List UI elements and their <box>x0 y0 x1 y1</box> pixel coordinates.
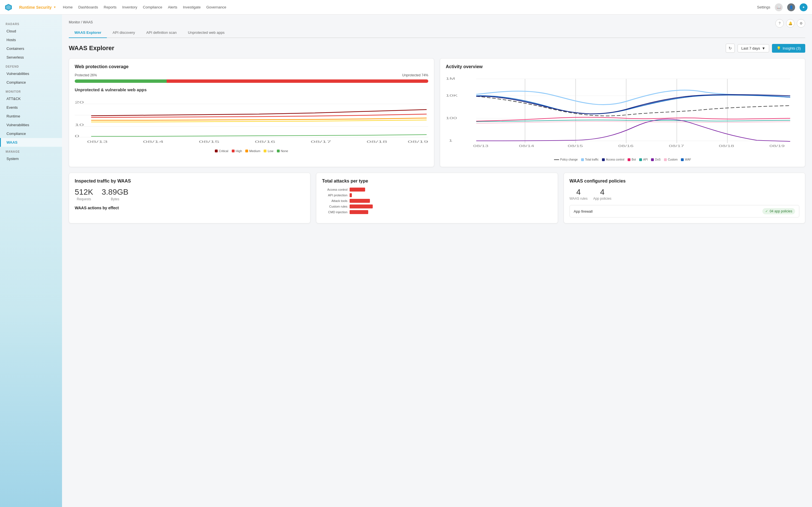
question-icon[interactable]: ? <box>775 19 784 27</box>
svg-text:08/17: 08/17 <box>311 140 331 144</box>
nav-reports[interactable]: Reports <box>104 5 117 9</box>
tab-waas-explorer[interactable]: WAAS Explorer <box>69 27 107 38</box>
activity-overview-card: Activity overview 1M 10K 100 1 <box>440 58 805 167</box>
main-content: Monitor / WAAS ? 🔔 ⚙ WAAS Explorer API d… <box>62 15 812 507</box>
help-icon[interactable]: ✦ <box>800 3 808 11</box>
sidebar-item-hosts[interactable]: Hosts <box>0 36 62 44</box>
nav-compliance[interactable]: Compliance <box>143 5 162 9</box>
svg-text:08/17: 08/17 <box>669 145 684 148</box>
settings-gear-icon[interactable]: ⚙ <box>797 19 805 27</box>
svg-text:10: 10 <box>75 123 84 126</box>
inspected-traffic-card: Inspected traffic by WAAS 512K Requests … <box>69 173 310 223</box>
activity-overview-chart: 1M 10K 100 1 <box>446 73 799 155</box>
legend-high: High <box>232 149 242 153</box>
svg-text:08/16: 08/16 <box>255 140 275 144</box>
logo[interactable] <box>4 3 12 11</box>
svg-text:1: 1 <box>449 139 453 142</box>
legend-total-traffic: Total traffic <box>581 158 599 161</box>
sidebar-section-defend: DEFEND Vulnerabilities Compliance <box>0 62 62 87</box>
tab-api-definition-scan[interactable]: API definition scan <box>141 27 183 38</box>
sidebar-item-serverless[interactable]: Serverless <box>0 53 62 62</box>
sidebar-item-attck[interactable]: ATT&CK <box>0 94 62 103</box>
sidebar-item-containers[interactable]: Containers <box>0 44 62 53</box>
tab-api-discovery[interactable]: API discovery <box>107 27 140 38</box>
sidebar-item-vulnerabilities[interactable]: Vulnerabilities <box>0 69 62 78</box>
legend-api: API <box>639 158 648 161</box>
nav-dashboards[interactable]: Dashboards <box>79 5 98 9</box>
bell-icon[interactable]: 🔔 <box>786 19 795 27</box>
nav-inventory[interactable]: Inventory <box>122 5 137 9</box>
sidebar-item-cloud[interactable]: Cloud <box>0 27 62 36</box>
legend-bot: Bot <box>627 158 636 161</box>
activity-overview-legend: Policy change Total traffic Access contr… <box>446 158 799 161</box>
coverage-bar <box>75 79 428 83</box>
sidebar-item-runtime[interactable]: Runtime <box>0 112 62 121</box>
total-attacks-title: Total attacks per type <box>322 179 552 184</box>
sidebar-item-events[interactable]: Events <box>0 103 62 112</box>
breadcrumb-parent[interactable]: Monitor <box>69 20 80 24</box>
insights-icon: 💡 <box>776 46 781 50</box>
svg-text:20: 20 <box>75 101 84 104</box>
sidebar-item-compliance[interactable]: Compliance <box>0 78 62 87</box>
page-header-actions: ↻ Last 7 days ▼ 💡 Insights (3) <box>726 44 805 53</box>
sidebar-section-label-manage: MANAGE <box>0 147 62 154</box>
avatar[interactable]: 👤 <box>787 3 795 11</box>
legend-custom: Custom <box>664 158 677 161</box>
waas-rules-count: 4 <box>569 187 588 196</box>
docs-icon[interactable]: 📖 <box>775 3 783 11</box>
tab-bar: WAAS Explorer API discovery API definiti… <box>69 27 805 38</box>
nav-links: Home Dashboards Reports Inventory Compli… <box>63 5 750 9</box>
sidebar-item-system[interactable]: System <box>0 154 62 163</box>
attack-bar-cmd-injection: CMD injection <box>322 210 552 214</box>
nav-investigate[interactable]: Investigate <box>183 5 201 9</box>
nav-governance[interactable]: Governance <box>206 5 226 9</box>
top-navigation: Runtime Security ▼ Home Dashboards Repor… <box>0 0 812 15</box>
top-cards-row: Web protection coverage Protected 26% Un… <box>69 58 805 167</box>
policy-item-name: App firewall <box>574 209 593 214</box>
bytes-stat: 3.89GB Bytes <box>101 187 128 201</box>
settings-link[interactable]: Settings <box>757 5 770 9</box>
sidebar-item-vulnerabilities-monitor[interactable]: Vulnerabilities <box>0 121 62 129</box>
tab-unprotected-web-apps[interactable]: Unprotected web apps <box>183 27 231 38</box>
policy-badge: ✓ 04 app policies <box>762 208 795 214</box>
waas-policies-title: WAAS configured policies <box>569 179 799 184</box>
app-firewall-policy-item[interactable]: App firewall ✓ 04 app policies <box>569 205 799 217</box>
page-header: WAAS Explorer ↻ Last 7 days ▼ 💡 Insights… <box>69 44 805 53</box>
legend-medium: Medium <box>245 149 260 153</box>
policy-stats: 4 WAAS rules 4 App policies <box>569 187 799 201</box>
time-label: Last 7 days <box>741 46 760 50</box>
svg-text:08/14: 08/14 <box>143 140 163 144</box>
requests-stat: 512K Requests <box>75 187 93 201</box>
protected-label: Protected 26% <box>75 73 97 77</box>
legend-waf: WAF <box>681 158 691 161</box>
sidebar-section-manage: MANAGE System <box>0 147 62 163</box>
sidebar-item-compliance-monitor[interactable]: Compliance <box>0 129 62 138</box>
sidebar-item-waas[interactable]: WAAS <box>0 138 62 147</box>
time-selector[interactable]: Last 7 days ▼ <box>738 44 769 52</box>
vulnerable-apps-chart: 20 10 0 08/13 08/14 08/15 08/16 08/17 <box>75 96 428 146</box>
legend-access-control: Access control <box>602 158 624 161</box>
bottom-cards-row: Inspected traffic by WAAS 512K Requests … <box>69 173 805 223</box>
svg-text:08/15: 08/15 <box>199 140 219 144</box>
policy-badge-label: 04 app policies <box>770 209 792 213</box>
web-protection-card: Web protection coverage Protected 26% Un… <box>69 58 434 167</box>
svg-text:08/18: 08/18 <box>366 140 387 144</box>
waas-actions-title: WAAS actions by effect <box>75 206 305 210</box>
product-selector[interactable]: Runtime Security ▼ <box>19 5 56 10</box>
protected-bar <box>75 79 167 83</box>
total-attacks-card: Total attacks per type Access control AP… <box>316 173 558 223</box>
sidebar-section-radars: RADARS Cloud Hosts Containers Serverless <box>0 19 62 62</box>
nav-alerts[interactable]: Alerts <box>168 5 177 9</box>
insights-button[interactable]: 💡 Insights (3) <box>772 44 805 53</box>
inspected-traffic-title: Inspected traffic by WAAS <box>75 179 305 184</box>
attack-bar-access-control: Access control <box>322 187 552 191</box>
chevron-down-icon: ▼ <box>762 46 765 50</box>
refresh-button[interactable]: ↻ <box>726 44 735 53</box>
waas-policies-card: WAAS configured policies 4 WAAS rules 4 … <box>564 173 805 223</box>
svg-text:08/19: 08/19 <box>769 145 784 148</box>
nav-home[interactable]: Home <box>63 5 73 9</box>
attack-bar-custom-rules: Custom rules <box>322 205 552 209</box>
insights-label: Insights (3) <box>783 46 801 50</box>
refresh-icon: ↻ <box>728 46 732 50</box>
svg-text:08/15: 08/15 <box>567 145 583 148</box>
